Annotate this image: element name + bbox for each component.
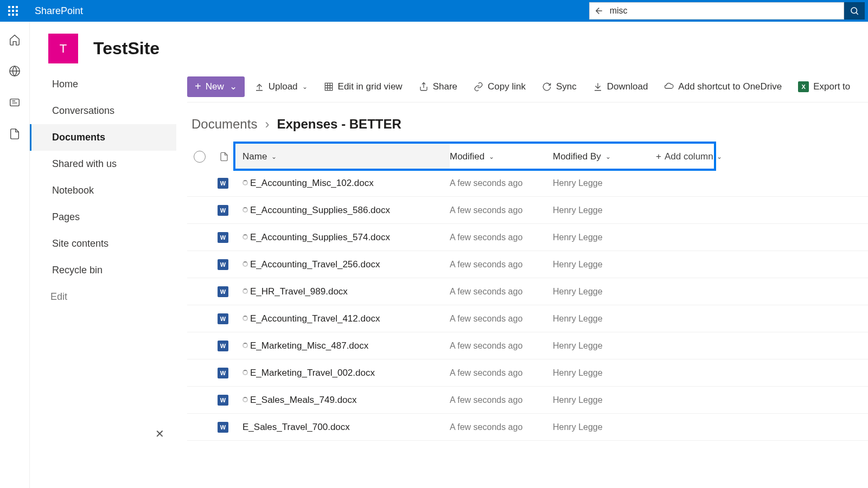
upload-button[interactable]: Upload ⌄ xyxy=(248,76,314,97)
sync-label: Sync xyxy=(556,81,577,92)
site-logo[interactable]: T xyxy=(48,34,78,63)
page-column: T TestSite Home Conversations Documents … xyxy=(30,22,868,488)
share-button[interactable]: Share xyxy=(412,76,464,97)
table-row[interactable]: E_Sales_Meals_749.docxA few seconds agoH… xyxy=(187,387,868,414)
table-row[interactable]: E_Accounting_Travel_412.docxA few second… xyxy=(187,305,868,332)
file-name-cell[interactable]: E_Accounting_Supplies_574.docx xyxy=(236,232,450,243)
file-name-cell[interactable]: E_HR_Travel_989.docx xyxy=(236,286,450,297)
copylink-label: Copy link xyxy=(488,81,526,92)
copy-link-button[interactable]: Copy link xyxy=(467,76,532,97)
nav-conversations[interactable]: Conversations xyxy=(30,98,176,124)
table-row[interactable]: E_Accounting_Supplies_586.docxA few seco… xyxy=(187,197,868,224)
search-box[interactable] xyxy=(589,2,844,20)
word-document-icon xyxy=(218,259,228,270)
document-list: Name ⌄ Modified ⌄ Modified By ⌄ xyxy=(187,144,868,441)
table-row[interactable]: E_HR_Travel_989.docxA few seconds agoHen… xyxy=(187,278,868,305)
edit-grid-button[interactable]: Edit in grid view xyxy=(317,76,409,97)
back-arrow-icon[interactable] xyxy=(594,5,604,16)
modified-cell: A few seconds ago xyxy=(450,395,553,405)
table-row[interactable]: E_Accounting_Supplies_574.docxA few seco… xyxy=(187,224,868,251)
modified-cell: A few seconds ago xyxy=(450,206,553,215)
nav-home[interactable]: Home xyxy=(30,71,176,98)
column-modifiedby-label: Modified By xyxy=(553,151,601,162)
nav-shared[interactable]: Shared with us xyxy=(30,151,176,177)
loading-spinner-icon xyxy=(242,397,248,402)
file-name-cell[interactable]: E_Marketing_Travel_002.docx xyxy=(236,368,450,378)
file-name-cell[interactable]: E_Accounting_Misc_102.docx xyxy=(236,178,450,189)
file-name-cell[interactable]: E_Accounting_Travel_412.docx xyxy=(236,313,450,324)
word-document-icon xyxy=(218,313,228,324)
loading-spinner-icon xyxy=(242,316,248,321)
word-document-icon xyxy=(218,341,228,351)
download-button[interactable]: Download xyxy=(586,76,655,97)
table-row[interactable]: E_Marketing_Travel_002.docxA few seconds… xyxy=(187,359,868,387)
column-modified-header[interactable]: Modified ⌄ xyxy=(450,151,553,162)
home-icon[interactable] xyxy=(9,34,21,48)
column-name-header[interactable]: Name ⌄ xyxy=(236,144,450,170)
plus-icon: + xyxy=(195,80,201,93)
close-icon[interactable]: ✕ xyxy=(155,427,164,440)
file-icon-cell xyxy=(187,232,236,243)
nav-edit-link[interactable]: Edit xyxy=(30,284,176,310)
sync-button[interactable]: Sync xyxy=(535,76,583,97)
new-button[interactable]: + New ⌄ xyxy=(187,76,245,97)
modifiedby-cell: Henry Legge xyxy=(553,260,656,269)
table-row[interactable]: E_Sales_Travel_700.docxA few seconds ago… xyxy=(187,414,868,441)
file-icon-cell xyxy=(187,341,236,351)
chevron-down-icon: ⌄ xyxy=(271,153,277,160)
file-name-cell[interactable]: E_Sales_Travel_700.docx xyxy=(236,422,450,433)
add-column-label: Add column xyxy=(665,151,713,162)
circle-checkbox-icon xyxy=(194,151,206,163)
search-container xyxy=(589,2,868,20)
export-button[interactable]: Export to xyxy=(792,76,857,97)
search-input[interactable] xyxy=(610,6,839,16)
select-all-cell[interactable] xyxy=(187,151,212,163)
site-header: T TestSite xyxy=(30,22,868,71)
table-row[interactable]: E_Marketing_Misc_487.docxA few seconds a… xyxy=(187,332,868,359)
modified-cell: A few seconds ago xyxy=(450,178,553,188)
left-app-rail xyxy=(0,22,30,488)
filetype-header[interactable] xyxy=(212,152,236,162)
column-modifiedby-header[interactable]: Modified By ⌄ xyxy=(553,151,656,162)
chevron-right-icon: › xyxy=(265,117,269,132)
file-name-text: E_Accounting_Travel_412.docx xyxy=(250,313,380,324)
table-row[interactable]: E_Accounting_Misc_102.docxA few seconds … xyxy=(187,170,868,197)
grid-icon xyxy=(324,82,334,92)
news-icon[interactable] xyxy=(9,97,21,111)
shortcut-label: Add shortcut to OneDrive xyxy=(678,81,782,92)
svg-point-0 xyxy=(851,8,857,14)
file-name-text: E_Accounting_Supplies_586.docx xyxy=(250,205,390,215)
globe-icon[interactable] xyxy=(9,65,21,79)
file-name-cell[interactable]: E_Accounting_Travel_256.docx xyxy=(236,259,450,270)
modified-cell: A few seconds ago xyxy=(450,368,553,378)
modified-cell: A few seconds ago xyxy=(450,287,553,297)
file-name-cell[interactable]: E_Accounting_Supplies_586.docx xyxy=(236,205,450,216)
nav-site-contents[interactable]: Site contents xyxy=(30,230,176,257)
files-icon[interactable] xyxy=(9,128,21,142)
table-row[interactable]: E_Accounting_Travel_256.docxA few second… xyxy=(187,251,868,278)
search-button[interactable] xyxy=(844,2,865,20)
nav-notebook[interactable]: Notebook xyxy=(30,177,176,204)
loading-spinner-icon xyxy=(242,234,248,240)
modified-cell: A few seconds ago xyxy=(450,422,553,432)
file-name-text: E_Marketing_Travel_002.docx xyxy=(250,368,375,378)
file-icon-cell xyxy=(187,205,236,216)
site-title[interactable]: TestSite xyxy=(93,38,159,59)
file-name-cell[interactable]: E_Marketing_Misc_487.docx xyxy=(236,341,450,351)
modified-cell: A few seconds ago xyxy=(450,314,553,324)
breadcrumb-root[interactable]: Documents xyxy=(192,117,257,132)
search-icon xyxy=(850,6,859,16)
add-column-button[interactable]: + Add column ⌄ xyxy=(656,151,737,162)
excel-icon xyxy=(798,81,809,92)
word-document-icon xyxy=(218,232,228,243)
app-launcher-button[interactable] xyxy=(0,6,26,16)
file-name-text: E_Marketing_Misc_487.docx xyxy=(250,341,368,351)
nav-documents[interactable]: Documents xyxy=(30,124,176,151)
shortcut-button[interactable]: Add shortcut to OneDrive xyxy=(658,76,788,97)
file-icon-cell xyxy=(187,178,236,189)
file-name-cell[interactable]: E_Sales_Meals_749.docx xyxy=(236,395,450,406)
waffle-icon xyxy=(8,6,18,16)
loading-spinner-icon xyxy=(242,180,248,185)
nav-recycle-bin[interactable]: Recycle bin xyxy=(30,257,176,284)
nav-pages[interactable]: Pages xyxy=(30,204,176,230)
